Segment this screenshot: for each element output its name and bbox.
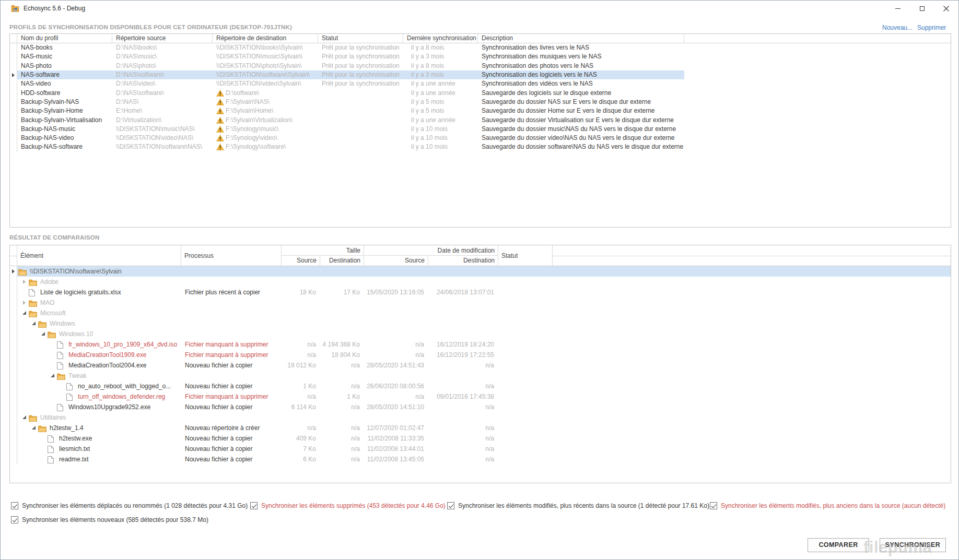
col-header-date-dest[interactable]: Destination xyxy=(428,256,498,266)
row-header-cell xyxy=(10,308,17,318)
tree-row[interactable]: turn_off_windows_defender.regFichier man… xyxy=(10,391,951,402)
tree-row-body: Adobe xyxy=(17,277,951,287)
process-cell: Nouveau fichier à copier xyxy=(181,454,282,464)
description-cell: Sauvegarde du dossier Home sur E vers le… xyxy=(478,106,684,115)
tree-row[interactable]: Tweak xyxy=(10,371,951,381)
col-header-description[interactable]: Description xyxy=(478,34,684,43)
col-group-mod-date[interactable]: Date de modification xyxy=(364,245,498,256)
col-header-size-source[interactable]: Source xyxy=(282,256,320,266)
col-header-last-sync[interactable]: Dernière synchronisation xyxy=(403,34,478,43)
element-cell: Windows 10 xyxy=(17,329,181,339)
profile-row[interactable]: Backup-Sylvain-VirtualisationD:\Virtuali… xyxy=(10,115,951,124)
tree-item-label: MediaCreationTool1909.exe xyxy=(68,350,146,360)
col-header-profile-name[interactable]: Nom du profil xyxy=(17,34,112,43)
date-source-cell: 11/02/2008 11:33:35 xyxy=(364,433,428,444)
profile-row[interactable]: Backup-Sylvain-HomeE:\Home\F:\Sylvain\Ho… xyxy=(10,106,951,115)
tree-row[interactable]: Adobe xyxy=(10,277,951,287)
col-header-processus[interactable]: Processus xyxy=(181,245,282,266)
col-header-statut[interactable]: Statut xyxy=(498,245,553,266)
size-source-cell: 409 Ko xyxy=(282,433,320,444)
minimize-button[interactable] xyxy=(886,1,910,16)
tree-row[interactable]: \\DISKSTATION\software\Sylvain xyxy=(10,266,951,277)
element-cell: MediaCreationTool1909.exe xyxy=(17,350,181,360)
folder-icon xyxy=(18,268,27,275)
checkbox-checked[interactable] xyxy=(710,502,717,509)
close-button[interactable] xyxy=(934,1,958,16)
profile-row[interactable]: NAS-booksD:\NAS\books\\\DISKSTATION\book… xyxy=(10,43,951,52)
expander-expanded-icon[interactable] xyxy=(21,310,29,316)
tree-row[interactable]: Windows xyxy=(10,318,951,329)
status-cell: Prêt pour la synchronisation xyxy=(318,43,403,52)
synchronize-button[interactable]: SYNCHRONISER xyxy=(880,538,946,552)
checkbox-checked[interactable] xyxy=(11,516,18,523)
tree-item-label: Utilitaires xyxy=(40,412,66,423)
tree-row[interactable]: fr_windows_10_pro_1909_x64_dvd.isoFichie… xyxy=(10,339,951,350)
new-profile-link[interactable]: Nouveau... xyxy=(882,24,913,31)
warning-icon xyxy=(216,117,226,124)
expander-expanded-icon[interactable] xyxy=(30,320,38,327)
file-icon xyxy=(48,435,56,442)
expander-placeholder xyxy=(59,383,66,389)
tree-row[interactable]: MAO xyxy=(10,297,951,308)
checkbox-checked[interactable] xyxy=(11,502,18,509)
tree-item-label: Tweak xyxy=(68,371,87,381)
expander-collapsed-icon[interactable] xyxy=(21,300,29,306)
expander-expanded-icon[interactable] xyxy=(21,414,29,421)
last-sync-cell: il y a 3 mois xyxy=(403,70,478,79)
tree-row[interactable]: MediaCreationTool2004.exeNouveau fichier… xyxy=(10,360,951,371)
expander-placeholder xyxy=(21,289,29,295)
tree-row[interactable]: h2testw_1.4Nouveau répertoire à créern/a… xyxy=(10,423,951,433)
col-header-element[interactable]: Élément xyxy=(17,245,181,266)
profile-row[interactable]: NAS-softwareD:\NAS\software\\\DISKSTATIO… xyxy=(10,70,951,79)
expander-collapsed-icon[interactable] xyxy=(21,279,29,285)
tree-item-label: \\DISKSTATION\software\Sylvain xyxy=(30,266,122,277)
compare-button[interactable]: COMPARER xyxy=(808,538,869,552)
profile-row[interactable]: NAS-photoD:\NAS\photo\\\DISKSTATION\phot… xyxy=(10,62,951,70)
row-header-cell xyxy=(10,98,17,106)
profile-name-cell: NAS-books xyxy=(17,43,112,52)
expander-expanded-icon[interactable] xyxy=(40,331,48,337)
profile-row[interactable]: HDD-softwareD:\NAS\software\D:\software\… xyxy=(10,88,951,97)
tree-row[interactable]: readme.txtNouveau fichier à copier6 Kon/… xyxy=(10,454,951,464)
profile-row-body: NAS-booksD:\NAS\books\\\DISKSTATION\book… xyxy=(17,43,684,52)
delete-profile-link[interactable]: Supprimer xyxy=(917,24,946,31)
tree-item-label: Adobe xyxy=(40,277,59,287)
tree-row[interactable]: h2testw.exeNouveau fichier à copier409 K… xyxy=(10,433,951,444)
size-source-cell: n/a xyxy=(282,339,320,350)
file-icon xyxy=(29,289,37,296)
tree-row[interactable]: liesmich.txtNouveau fichier à copier7 Ko… xyxy=(10,444,951,454)
profile-row[interactable]: NAS-videoD:\NAS\video\\\DISKSTATION\vide… xyxy=(10,79,951,88)
col-header-source-dir[interactable]: Répertoire source xyxy=(112,34,213,43)
profile-row[interactable]: Backup-Sylvain-NASD:\NAS\F:\Sylvain\NAS\… xyxy=(10,98,951,106)
col-header-dest-dir[interactable]: Répertoire de destination xyxy=(213,34,318,43)
col-header-size-dest[interactable]: Destination xyxy=(320,256,364,266)
process-cell: Nouveau fichier à copier xyxy=(181,360,282,371)
tree-row[interactable]: Windows10Upgrade9252.exeNouveau fichier … xyxy=(10,402,951,412)
profile-row[interactable]: Backup-NAS-software\\DISKSTATION\softwar… xyxy=(10,142,951,151)
tree-row[interactable]: MediaCreationTool1909.exeFichier manquan… xyxy=(10,350,951,360)
col-group-size[interactable]: Taille xyxy=(282,245,364,256)
expander-expanded-icon[interactable] xyxy=(49,373,57,379)
expander-expanded-icon[interactable] xyxy=(30,425,38,431)
source-dir-cell: D:\NAS\video\ xyxy=(112,79,213,88)
checkbox-checked[interactable] xyxy=(447,502,454,509)
tree-row[interactable]: no_auto_reboot_with_logged_o...Nouveau f… xyxy=(10,381,951,391)
profile-row[interactable]: NAS-musicD:\NAS\music\\\DISKSTATION\musi… xyxy=(10,52,951,61)
checkbox-checked[interactable] xyxy=(250,502,258,509)
element-cell: Liste de logiciels gratuits.xlsx xyxy=(17,287,181,297)
profile-row[interactable]: Backup-NAS-video\\DISKSTATION\video\NAS\… xyxy=(10,134,951,142)
source-dir-cell: D:\NAS\photo\ xyxy=(112,62,213,70)
tree-row[interactable]: Windows 10 xyxy=(10,329,951,339)
title-bar: Echosync 5.6 - Debug xyxy=(1,1,958,16)
size-source-cell: 6 114 Ko xyxy=(282,402,320,412)
profile-row-body: Backup-NAS-video\\DISKSTATION\video\NAS\… xyxy=(17,134,684,142)
col-header-status[interactable]: Statut xyxy=(318,34,403,43)
tree-row[interactable]: Microsoft xyxy=(10,308,951,318)
tree-row[interactable]: Utilitaires xyxy=(10,412,951,423)
col-header-date-source[interactable]: Source xyxy=(364,256,428,266)
destination-dir-cell: \\DISKSTATION\photo\Sylvain\ xyxy=(213,62,318,70)
tree-row[interactable]: Liste de logiciels gratuits.xlsxFichier … xyxy=(10,287,951,297)
profile-name-cell: HDD-software xyxy=(17,89,112,98)
maximize-button[interactable] xyxy=(910,1,934,16)
profile-row[interactable]: Backup-NAS-music\\DISKSTATION\music\NAS\… xyxy=(10,125,951,134)
